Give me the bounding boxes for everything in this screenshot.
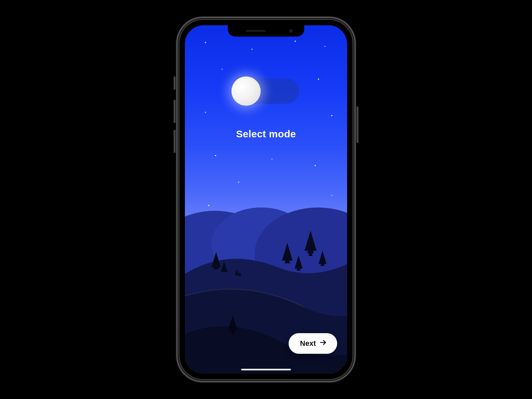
- side-button: [174, 76, 176, 90]
- phone-frame: Select mode: [180, 20, 352, 379]
- screen: Select mode: [185, 25, 347, 374]
- arrow-right-icon: [319, 338, 327, 348]
- speaker: [246, 30, 266, 32]
- star-icon: [205, 112, 206, 113]
- next-button[interactable]: Next: [289, 333, 337, 354]
- star-icon: [271, 158, 273, 160]
- star-icon: [331, 115, 332, 116]
- side-button: [174, 100, 176, 123]
- home-indicator: [241, 369, 291, 370]
- star-icon: [221, 68, 223, 70]
- star-icon: [251, 49, 253, 50]
- star-icon: [215, 155, 216, 156]
- star-icon: [205, 42, 206, 43]
- star-icon: [315, 165, 316, 166]
- star-icon: [238, 182, 239, 183]
- side-button: [356, 106, 358, 143]
- page-title: Select mode: [185, 128, 347, 140]
- mode-toggle[interactable]: [233, 78, 299, 104]
- star-icon: [325, 46, 326, 47]
- star-icon: [295, 41, 296, 42]
- front-camera: [289, 29, 293, 33]
- app-canvas: Select mode: [185, 25, 347, 374]
- notch: [228, 25, 304, 37]
- next-button-label: Next: [300, 339, 316, 348]
- svg-rect-3: [232, 332, 233, 335]
- star-icon: [318, 78, 319, 80]
- side-button: [174, 130, 176, 153]
- star-icon: [331, 195, 332, 196]
- moon-icon: [231, 76, 261, 106]
